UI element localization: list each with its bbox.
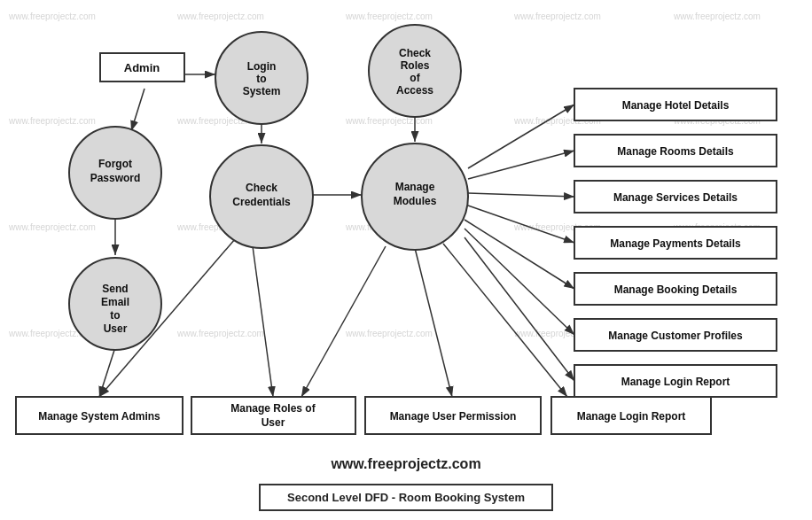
svg-text:Access: Access (396, 84, 433, 97)
svg-text:www.freeprojectz.com: www.freeprojectz.com (176, 329, 264, 338)
svg-line-34 (468, 151, 574, 179)
svg-text:www.freeprojectz.com: www.freeprojectz.com (176, 12, 264, 21)
svg-text:www.freeprojectz.com: www.freeprojectz.com (8, 222, 96, 232)
svg-line-39 (465, 237, 574, 381)
svg-text:www.freeprojectz.com: www.freeprojectz.com (8, 12, 96, 21)
svg-line-32 (443, 244, 567, 397)
svg-text:www.freeprojectz.com: www.freeprojectz.com (673, 12, 761, 21)
footer-watermark: www.freeprojectz.com (0, 456, 812, 472)
svg-text:to: to (110, 309, 120, 322)
manage-roles-label: User (262, 416, 285, 429)
svg-text:Manage: Manage (395, 181, 435, 193)
svg-text:Credentials: Credentials (232, 196, 291, 208)
manage-admins-label: Manage System Admins (38, 410, 160, 423)
svg-text:System: System (243, 85, 281, 97)
manage-login-report2-label: Manage Login Report (577, 410, 686, 423)
manage-rooms-label: Manage Rooms Details (617, 145, 734, 158)
svg-text:Check: Check (399, 47, 431, 59)
manage-hotel-label: Manage Hotel Details (622, 99, 730, 112)
manage-services-label: Manage Services Details (613, 191, 738, 204)
svg-line-31 (415, 248, 452, 397)
manage-permission-label: Manage User Permission (390, 410, 517, 423)
svg-line-29 (253, 246, 273, 397)
manage-login-label: Manage Login Report (621, 376, 730, 388)
manage-customer-label: Manage Customer Profiles (608, 330, 743, 342)
svg-line-38 (465, 229, 574, 335)
admin-label: Admin (124, 61, 160, 74)
svg-text:www.freeprojectz.com: www.freeprojectz.com (345, 329, 433, 338)
svg-text:Email: Email (101, 296, 129, 308)
svg-text:Forgot: Forgot (98, 158, 132, 170)
diagram-container: www.freeprojectz.com www.freeprojectz.co… (0, 0, 812, 520)
svg-text:Password: Password (90, 172, 141, 184)
manage-payments-label: Manage Payments Details (610, 237, 741, 250)
svg-text:of: of (410, 72, 420, 84)
svg-text:User: User (104, 322, 128, 335)
footer-title: Second Level DFD - Room Booking System (259, 484, 553, 511)
svg-text:Modules: Modules (394, 195, 437, 207)
login-label: Login (247, 60, 277, 73)
svg-line-27 (99, 347, 115, 397)
svg-text:to: to (256, 73, 266, 85)
svg-text:Send: Send (102, 283, 128, 295)
svg-text:www.freeprojectz.com: www.freeprojectz.com (8, 116, 96, 126)
svg-text:www.freeprojectz.com: www.freeprojectz.com (345, 12, 433, 21)
svg-text:Check: Check (246, 182, 277, 194)
dfd-diagram: www.freeprojectz.com www.freeprojectz.co… (0, 0, 812, 520)
manage-booking-label: Manage Booking Details (614, 283, 738, 296)
svg-text:Manage Roles of: Manage Roles of (230, 402, 316, 415)
svg-line-22 (131, 89, 144, 131)
svg-line-30 (301, 246, 386, 397)
svg-text:www.freeprojectz.com: www.freeprojectz.com (513, 12, 601, 21)
svg-line-33 (468, 105, 574, 168)
svg-line-35 (468, 193, 574, 197)
svg-text:Roles: Roles (401, 59, 430, 72)
